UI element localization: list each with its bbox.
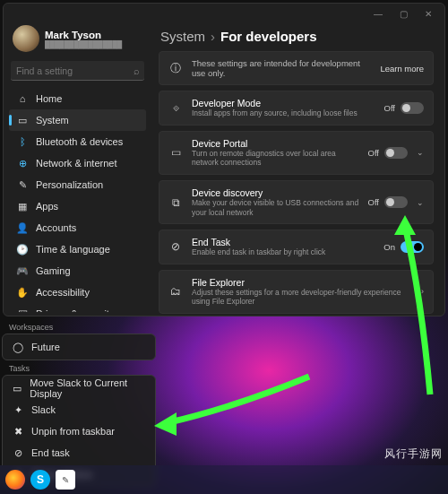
maximize-button[interactable]: ▢ xyxy=(391,4,416,22)
nav-label: Home xyxy=(36,93,62,104)
chevron-down-icon: ⌄ xyxy=(417,198,424,207)
sidebar-item-system[interactable]: ▭System xyxy=(9,109,146,131)
toggle-state: Off xyxy=(368,197,380,207)
setting-end-task: ⊘End TaskEnable end task in taskbar by r… xyxy=(159,230,434,264)
content-area: System › For developers ⓘ These settings… xyxy=(151,23,444,316)
profile-block[interactable]: Mark Tyson ████████████████ xyxy=(9,23,146,59)
toggle-state: On xyxy=(383,242,395,252)
taskbar: S ✎ xyxy=(0,465,448,494)
close-button[interactable]: ✕ xyxy=(416,4,441,22)
search-input[interactable] xyxy=(16,65,134,76)
nav-icon: ⊕ xyxy=(16,158,29,169)
setting-file-explorer[interactable]: 🗂File ExplorerAdjust these settings for … xyxy=(159,270,434,314)
info-icon: ⓘ xyxy=(168,61,183,76)
breadcrumb-root[interactable]: System xyxy=(160,29,205,44)
nav-icon: ✎ xyxy=(16,179,29,191)
minimize-button[interactable]: — xyxy=(366,4,391,22)
toggle-switch[interactable] xyxy=(401,241,424,253)
settings-window: — ▢ ✕ Mark Tyson ████████████████ ⌕ ⌂Hom… xyxy=(3,3,445,316)
ctx-label: Slack xyxy=(31,404,56,415)
sidebar-item-network-internet[interactable]: ⊕Network & internet xyxy=(9,152,146,174)
toggle-switch[interactable] xyxy=(384,147,408,159)
nav-icon: 🛡 xyxy=(16,308,29,312)
nav-label: Network & internet xyxy=(36,158,116,169)
ctx-slack[interactable]: ✦Slack xyxy=(3,399,155,420)
nav-icon: 🎮 xyxy=(16,265,29,277)
sidebar-item-time-language[interactable]: 🕑Time & language xyxy=(9,238,146,260)
setting-device-portal[interactable]: ▭Device PortalTurn on remote diagnostics… xyxy=(159,131,434,175)
setting-desc: Enable end task in taskbar by right clic… xyxy=(192,247,375,257)
nav-icon: ✋ xyxy=(16,287,29,299)
nav-icon: ⌂ xyxy=(16,93,29,104)
profile-subtitle: ████████████████ xyxy=(45,40,122,48)
nav-label: Apps xyxy=(36,201,58,212)
nav-icon: 👤 xyxy=(16,222,29,234)
page-title: For developers xyxy=(220,29,317,44)
sidebar-item-apps[interactable]: ▦Apps xyxy=(9,195,146,217)
ctx-label-tasks: Tasks xyxy=(2,362,156,375)
setting-desc: Make your device visible to USB connecti… xyxy=(192,198,359,217)
ctx-label: Move Slack to Current Display xyxy=(30,377,146,399)
nav-label: Accounts xyxy=(36,222,76,233)
ctx-end-task[interactable]: ⊘End task xyxy=(3,442,155,464)
ctx-move-slack-to-current-display[interactable]: ▭Move Slack to Current Display xyxy=(3,377,155,399)
sidebar-item-gaming[interactable]: 🎮Gaming xyxy=(9,260,146,282)
ctx-label-workspaces: Workspaces xyxy=(2,321,156,334)
nav-label: Bluetooth & devices xyxy=(36,136,123,147)
ctx-icon: ✦ xyxy=(12,404,24,416)
sidebar-nav: ⌂Home▭SystemᛒBluetooth & devices⊕Network… xyxy=(9,88,146,312)
sidebar-item-privacy-security[interactable]: 🛡Privacy & security xyxy=(9,303,146,312)
info-text: These settings are intended for developm… xyxy=(192,58,371,78)
chevron-right-icon: › xyxy=(421,287,424,296)
sidebar-item-home[interactable]: ⌂Home xyxy=(9,88,146,109)
chevron-down-icon: ⌄ xyxy=(417,148,424,157)
search-icon: ⌕ xyxy=(134,65,140,76)
setting-title: End Task xyxy=(192,237,375,247)
toggle-switch[interactable] xyxy=(401,102,424,114)
ctx-icon: ◯ xyxy=(12,342,24,353)
setting-desc: Adjust these settings for a more develop… xyxy=(192,288,409,307)
setting-icon: 🗂 xyxy=(168,285,183,298)
nav-label: Personalization xyxy=(36,179,103,190)
ctx-icon: ✖ xyxy=(12,426,24,438)
sidebar-item-accounts[interactable]: 👤Accounts xyxy=(9,217,146,238)
taskbar-app-notepad[interactable]: ✎ xyxy=(56,470,75,490)
setting-developer-mode: ⟐Developer ModeInstall apps from any sou… xyxy=(159,91,434,126)
sidebar-item-bluetooth-devices[interactable]: ᛒBluetooth & devices xyxy=(9,131,146,152)
nav-label: Time & language xyxy=(36,244,110,255)
taskbar-app-skype[interactable]: S xyxy=(30,470,50,490)
setting-desc: Turn on remote diagnostics over local ar… xyxy=(192,149,359,168)
ctx-icon: ▭ xyxy=(12,383,22,394)
taskbar-app-firefox[interactable] xyxy=(5,470,25,490)
setting-title: Device discovery xyxy=(192,187,359,198)
setting-device-discovery[interactable]: ⧉Device discoveryMake your device visibl… xyxy=(159,180,434,224)
search-field[interactable]: ⌕ xyxy=(11,61,144,81)
watermark: 风行手游网 xyxy=(384,446,443,462)
nav-label: Gaming xyxy=(36,265,71,276)
ctx-unpin-from-taskbar[interactable]: ✖Unpin from taskbar xyxy=(3,420,155,442)
nav-label: System xyxy=(36,115,69,126)
toggle-state: Off xyxy=(384,103,396,113)
ctx-label: End task xyxy=(31,447,70,458)
info-banner: ⓘ These settings are intended for develo… xyxy=(159,51,434,85)
setting-icon: ⧉ xyxy=(168,196,183,209)
nav-icon: ᛒ xyxy=(16,136,29,147)
nav-icon: 🕑 xyxy=(16,244,29,256)
setting-title: File Explorer xyxy=(192,277,409,288)
taskbar-context-menu: Workspaces ◯Future Tasks ▭Move Slack to … xyxy=(2,321,156,490)
nav-label: Accessibility xyxy=(36,287,90,298)
sidebar: Mark Tyson ████████████████ ⌕ ⌂Home▭Syst… xyxy=(4,23,151,316)
ctx-future[interactable]: ◯Future xyxy=(3,336,155,358)
chevron-right-icon: › xyxy=(211,29,215,44)
profile-name: Mark Tyson xyxy=(45,30,122,40)
titlebar: — ▢ ✕ xyxy=(4,4,444,23)
toggle-switch[interactable] xyxy=(384,196,408,208)
ctx-label: Future xyxy=(31,342,60,352)
setting-icon: ⊘ xyxy=(168,240,183,253)
learn-more-link[interactable]: Learn more xyxy=(380,64,424,74)
breadcrumb: System › For developers xyxy=(160,29,434,44)
ctx-icon: ⊘ xyxy=(12,447,24,459)
sidebar-item-accessibility[interactable]: ✋Accessibility xyxy=(9,282,146,303)
nav-label: Privacy & security xyxy=(36,308,114,312)
sidebar-item-personalization[interactable]: ✎Personalization xyxy=(9,174,146,195)
